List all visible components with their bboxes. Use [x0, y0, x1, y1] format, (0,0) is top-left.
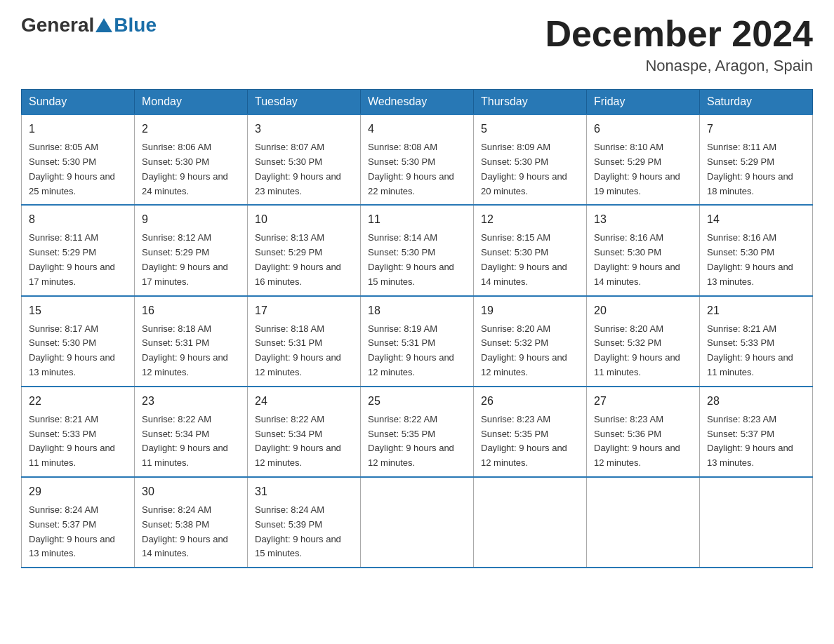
calendar-cell: 21Sunrise: 8:21 AMSunset: 5:33 PMDayligh…: [700, 296, 813, 387]
day-number: 13: [594, 211, 692, 228]
day-info: Sunrise: 8:11 AMSunset: 5:29 PMDaylight:…: [707, 142, 793, 196]
day-number: 29: [29, 483, 127, 500]
day-number: 11: [368, 211, 466, 228]
day-info: Sunrise: 8:17 AMSunset: 5:30 PMDaylight:…: [29, 323, 115, 377]
day-info: Sunrise: 8:07 AMSunset: 5:30 PMDaylight:…: [255, 142, 341, 196]
day-info: Sunrise: 8:22 AMSunset: 5:35 PMDaylight:…: [368, 414, 454, 468]
day-info: Sunrise: 8:22 AMSunset: 5:34 PMDaylight:…: [142, 414, 228, 468]
title-area: December 2024 Nonaspe, Aragon, Spain: [545, 14, 813, 75]
day-info: Sunrise: 8:18 AMSunset: 5:31 PMDaylight:…: [255, 323, 341, 377]
day-number: 4: [368, 121, 466, 137]
day-info: Sunrise: 8:06 AMSunset: 5:30 PMDaylight:…: [142, 142, 228, 196]
day-info: Sunrise: 8:15 AMSunset: 5:30 PMDaylight:…: [481, 232, 567, 286]
calendar-cell: 23Sunrise: 8:22 AMSunset: 5:34 PMDayligh…: [135, 387, 248, 477]
calendar-cell: 11Sunrise: 8:14 AMSunset: 5:30 PMDayligh…: [361, 205, 474, 295]
calendar-cell: 25Sunrise: 8:22 AMSunset: 5:35 PMDayligh…: [361, 387, 474, 477]
calendar-cell: 13Sunrise: 8:16 AMSunset: 5:30 PMDayligh…: [587, 205, 700, 295]
logo-general-text: General: [21, 14, 94, 36]
day-number: 17: [255, 302, 353, 319]
calendar-cell: [587, 477, 700, 568]
day-number: 14: [707, 211, 805, 228]
calendar-cell: 19Sunrise: 8:20 AMSunset: 5:32 PMDayligh…: [474, 296, 587, 387]
day-number: 23: [142, 393, 240, 410]
day-info: Sunrise: 8:19 AMSunset: 5:31 PMDaylight:…: [368, 323, 454, 377]
day-number: 8: [29, 211, 127, 228]
day-info: Sunrise: 8:23 AMSunset: 5:36 PMDaylight:…: [594, 414, 680, 468]
week-row-5: 29Sunrise: 8:24 AMSunset: 5:37 PMDayligh…: [22, 477, 813, 568]
calendar-cell: 15Sunrise: 8:17 AMSunset: 5:30 PMDayligh…: [22, 296, 135, 387]
calendar-cell: 27Sunrise: 8:23 AMSunset: 5:36 PMDayligh…: [587, 387, 700, 477]
header-saturday: Saturday: [700, 90, 813, 115]
day-number: 1: [29, 121, 127, 137]
month-title: December 2024: [545, 14, 813, 54]
day-number: 22: [29, 393, 127, 410]
day-number: 25: [368, 393, 466, 410]
header-sunday: Sunday: [22, 90, 135, 115]
week-row-2: 8Sunrise: 8:11 AMSunset: 5:29 PMDaylight…: [22, 205, 813, 295]
day-info: Sunrise: 8:21 AMSunset: 5:33 PMDaylight:…: [29, 414, 115, 468]
day-number: 16: [142, 302, 240, 319]
calendar-header-row: SundayMondayTuesdayWednesdayThursdayFrid…: [22, 90, 813, 115]
calendar-cell: 16Sunrise: 8:18 AMSunset: 5:31 PMDayligh…: [135, 296, 248, 387]
calendar-cell: 26Sunrise: 8:23 AMSunset: 5:35 PMDayligh…: [474, 387, 587, 477]
week-row-4: 22Sunrise: 8:21 AMSunset: 5:33 PMDayligh…: [22, 387, 813, 477]
day-number: 12: [481, 211, 579, 228]
day-number: 27: [594, 393, 692, 410]
day-info: Sunrise: 8:20 AMSunset: 5:32 PMDaylight:…: [481, 323, 567, 377]
calendar-cell: [474, 477, 587, 568]
calendar-cell: 20Sunrise: 8:20 AMSunset: 5:32 PMDayligh…: [587, 296, 700, 387]
logo-blue-text: Blue: [114, 14, 157, 36]
calendar-cell: 29Sunrise: 8:24 AMSunset: 5:37 PMDayligh…: [22, 477, 135, 568]
calendar-cell: 5Sunrise: 8:09 AMSunset: 5:30 PMDaylight…: [474, 114, 587, 205]
header-monday: Monday: [135, 90, 248, 115]
day-info: Sunrise: 8:24 AMSunset: 5:38 PMDaylight:…: [142, 504, 228, 558]
day-info: Sunrise: 8:09 AMSunset: 5:30 PMDaylight:…: [481, 142, 567, 196]
day-number: 20: [594, 302, 692, 319]
day-info: Sunrise: 8:10 AMSunset: 5:29 PMDaylight:…: [594, 142, 680, 196]
calendar-cell: [700, 477, 813, 568]
header-wednesday: Wednesday: [361, 90, 474, 115]
day-info: Sunrise: 8:21 AMSunset: 5:33 PMDaylight:…: [707, 323, 793, 377]
logo-triangle-icon: [95, 18, 112, 32]
day-info: Sunrise: 8:14 AMSunset: 5:30 PMDaylight:…: [368, 232, 454, 286]
day-info: Sunrise: 8:16 AMSunset: 5:30 PMDaylight:…: [594, 232, 680, 286]
location-title: Nonaspe, Aragon, Spain: [545, 57, 813, 75]
day-info: Sunrise: 8:13 AMSunset: 5:29 PMDaylight:…: [255, 232, 341, 286]
week-row-1: 1Sunrise: 8:05 AMSunset: 5:30 PMDaylight…: [22, 114, 813, 205]
calendar-cell: 9Sunrise: 8:12 AMSunset: 5:29 PMDaylight…: [135, 205, 248, 295]
calendar-cell: 1Sunrise: 8:05 AMSunset: 5:30 PMDaylight…: [22, 114, 135, 205]
day-info: Sunrise: 8:11 AMSunset: 5:29 PMDaylight:…: [29, 232, 115, 286]
day-info: Sunrise: 8:22 AMSunset: 5:34 PMDaylight:…: [255, 414, 341, 468]
logo: General Blue: [21, 14, 157, 36]
day-number: 2: [142, 121, 240, 137]
calendar-cell: 22Sunrise: 8:21 AMSunset: 5:33 PMDayligh…: [22, 387, 135, 477]
day-number: 3: [255, 121, 353, 137]
calendar-table: SundayMondayTuesdayWednesdayThursdayFrid…: [21, 89, 813, 568]
calendar-cell: 6Sunrise: 8:10 AMSunset: 5:29 PMDaylight…: [587, 114, 700, 205]
header-tuesday: Tuesday: [248, 90, 361, 115]
calendar-cell: [361, 477, 474, 568]
calendar-cell: 17Sunrise: 8:18 AMSunset: 5:31 PMDayligh…: [248, 296, 361, 387]
day-info: Sunrise: 8:08 AMSunset: 5:30 PMDaylight:…: [368, 142, 454, 196]
calendar-cell: 28Sunrise: 8:23 AMSunset: 5:37 PMDayligh…: [700, 387, 813, 477]
day-number: 30: [142, 483, 240, 500]
day-number: 26: [481, 393, 579, 410]
day-info: Sunrise: 8:24 AMSunset: 5:39 PMDaylight:…: [255, 504, 341, 558]
day-number: 19: [481, 302, 579, 319]
day-info: Sunrise: 8:23 AMSunset: 5:35 PMDaylight:…: [481, 414, 567, 468]
page-header: General Blue December 2024 Nonaspe, Arag…: [21, 14, 813, 75]
day-number: 9: [142, 211, 240, 228]
calendar-cell: 2Sunrise: 8:06 AMSunset: 5:30 PMDaylight…: [135, 114, 248, 205]
day-number: 6: [594, 121, 692, 137]
day-number: 15: [29, 302, 127, 319]
day-number: 7: [707, 121, 805, 137]
header-friday: Friday: [587, 90, 700, 115]
calendar-cell: 4Sunrise: 8:08 AMSunset: 5:30 PMDaylight…: [361, 114, 474, 205]
day-number: 24: [255, 393, 353, 410]
calendar-cell: 14Sunrise: 8:16 AMSunset: 5:30 PMDayligh…: [700, 205, 813, 295]
calendar-cell: 30Sunrise: 8:24 AMSunset: 5:38 PMDayligh…: [135, 477, 248, 568]
week-row-3: 15Sunrise: 8:17 AMSunset: 5:30 PMDayligh…: [22, 296, 813, 387]
day-number: 28: [707, 393, 805, 410]
calendar-cell: 18Sunrise: 8:19 AMSunset: 5:31 PMDayligh…: [361, 296, 474, 387]
day-info: Sunrise: 8:23 AMSunset: 5:37 PMDaylight:…: [707, 414, 793, 468]
